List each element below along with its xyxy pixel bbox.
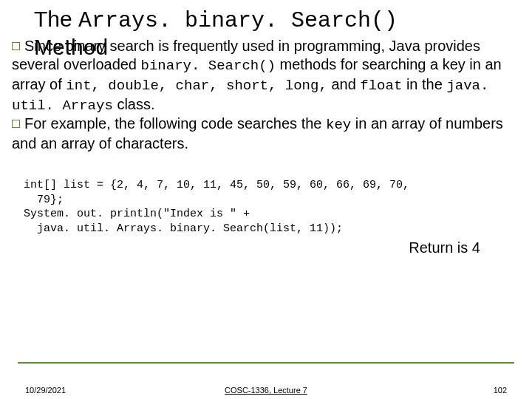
para1-code1: binary. Search() <box>141 58 276 74</box>
bullet-icon <box>12 42 20 50</box>
code-line-1: int[] list = {2, 4, 7, 10, 11, 45, 50, 5… <box>24 179 409 191</box>
code-line-3: System. out. println("Index is " + <box>24 208 250 220</box>
slide: The Arrays. binary. Search() Method Sinc… <box>0 0 532 399</box>
para1-mid3: in the <box>402 76 446 92</box>
footer-course: COSC-1336, Lecture 7 <box>225 386 307 395</box>
body-text: Since binary search is frequently used i… <box>12 37 510 257</box>
footer-divider <box>18 362 514 364</box>
return-note: Return is 4 <box>12 239 480 257</box>
code-block: int[] list = {2, 4, 7, 10, 11, 45, 50, 5… <box>24 178 510 236</box>
code-line-4: java. util. Arrays. binary. Search(list,… <box>24 222 343 235</box>
para2-lead: For example, the following code searches… <box>24 115 326 132</box>
para1-code2: int, double, char, short, long, <box>66 78 327 94</box>
footer-date: 10/29/2021 <box>25 386 66 395</box>
para1-tail: class. <box>113 96 155 112</box>
para2-code1: key <box>326 117 351 133</box>
para1-code3: float <box>360 78 402 94</box>
code-line-2: 79}; <box>24 194 64 206</box>
bullet-icon <box>12 120 20 128</box>
footer-page: 102 <box>494 386 507 395</box>
title-method: Arrays. binary. Search() <box>78 8 398 33</box>
title-prefix: The <box>34 7 78 31</box>
para1-mid2: and <box>327 76 360 92</box>
